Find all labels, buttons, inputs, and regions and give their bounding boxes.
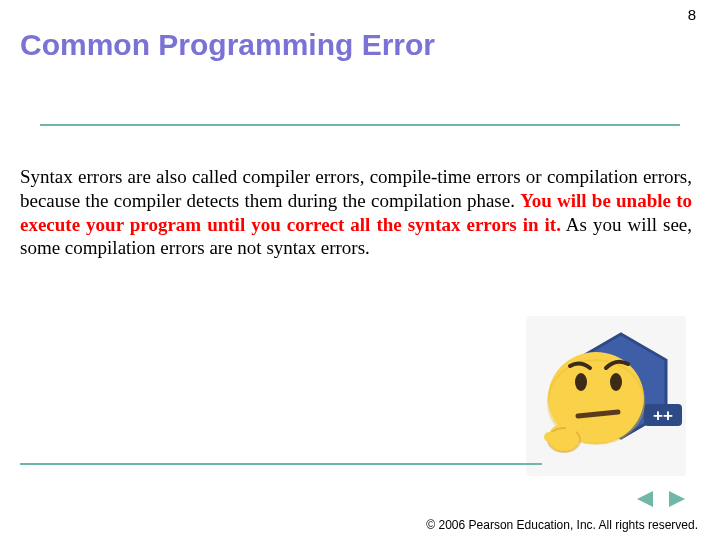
triangle-left-icon <box>633 489 655 509</box>
copyright: © 2006 Pearson Education, Inc. All right… <box>426 518 698 532</box>
cpp-clipart: ++ <box>526 316 686 476</box>
next-button[interactable] <box>666 488 690 510</box>
nav-controls <box>632 488 690 510</box>
svg-marker-1 <box>669 491 685 507</box>
divider-top <box>40 124 680 126</box>
divider-bottom <box>20 463 542 465</box>
body-paragraph: Syntax errors are also called compiler e… <box>20 165 692 260</box>
triangle-right-icon <box>667 489 689 509</box>
plus-badge-text: ++ <box>653 406 673 425</box>
prev-button[interactable] <box>632 488 656 510</box>
hand-thumb <box>544 432 566 442</box>
hand-finger <box>566 416 576 438</box>
svg-marker-0 <box>637 491 653 507</box>
page-number: 8 <box>688 6 696 23</box>
cpp-thinking-icon: ++ <box>526 316 686 476</box>
page-title: Common Programming Error <box>0 0 720 62</box>
left-eye <box>575 373 587 391</box>
right-eye <box>610 373 622 391</box>
